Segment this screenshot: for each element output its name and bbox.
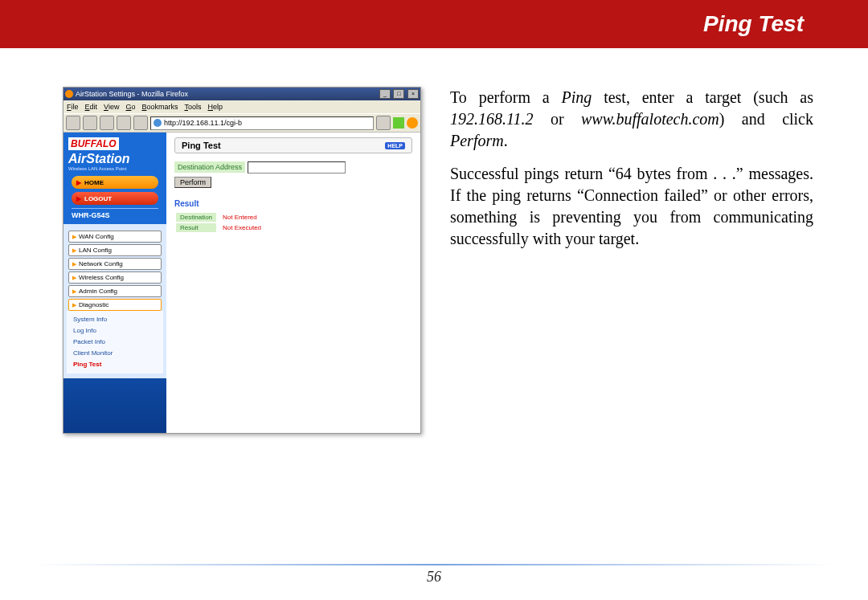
menu-view[interactable]: View (104, 103, 119, 111)
close-button[interactable]: × (407, 89, 419, 99)
menu-edit[interactable]: Edit (85, 103, 98, 111)
perform-button[interactable]: Perform (174, 177, 211, 188)
app-body: BUFFALO AirStation Wireless LAN Access P… (63, 133, 420, 434)
link-client-monitor[interactable]: Client Monitor (73, 348, 157, 359)
content-row: AirStation Settings - Mozilla Firefox _ … (0, 48, 868, 434)
logout-label: LOGOUT (84, 195, 112, 202)
header-title: Ping Test (703, 11, 804, 37)
extension-icon-2[interactable] (407, 117, 418, 129)
arrow-icon: ▶ (76, 179, 81, 186)
menu-help[interactable]: Help (207, 103, 223, 111)
paragraph-2: Successful pings return “64 bytes from .… (450, 163, 813, 250)
main-pane: Ping Test HELP Destination Address Perfo… (166, 133, 420, 434)
triangle-icon: ▶ (72, 288, 76, 295)
window-controls: _ □ × (379, 89, 419, 99)
result-heading: Result (174, 199, 412, 208)
menu-file[interactable]: File (67, 103, 79, 111)
paragraph-1: To perform a Ping test, enter a target (… (450, 87, 813, 152)
menu-bookmarks[interactable]: Bookmarks (141, 103, 178, 111)
url-text: http://192.168.11.1/cgi-b (164, 119, 242, 127)
pane-title: Ping Test (182, 141, 221, 150)
maximize-button[interactable]: □ (393, 89, 404, 99)
brand-buffalo: BUFFALO (68, 137, 119, 150)
triangle-icon: ▶ (72, 302, 76, 308)
nav-diagnostic[interactable]: ▶Diagnostic (68, 299, 162, 311)
window-title: AirStation Settings - Mozilla Firefox (76, 90, 188, 98)
footer: 56 (0, 564, 868, 586)
link-system-info[interactable]: System Info (73, 314, 157, 325)
brand-subtitle: Wireless LAN Access Point (68, 166, 162, 171)
header-bar: Ping Test (0, 0, 868, 48)
nav-network[interactable]: ▶Network Config (68, 258, 162, 270)
nav-admin[interactable]: ▶Admin Config (68, 285, 162, 297)
home-label: HOME (84, 179, 104, 186)
help-badge[interactable]: HELP (385, 142, 405, 149)
back-button[interactable] (66, 116, 80, 130)
result-value: Not Entered (218, 213, 266, 222)
stop-button[interactable] (117, 116, 131, 130)
triangle-icon: ▶ (72, 247, 76, 254)
destination-input[interactable] (248, 161, 346, 173)
link-packet-info[interactable]: Packet Info (73, 337, 157, 348)
result-value: Not Executed (218, 223, 266, 232)
page-number: 56 (0, 569, 868, 586)
minimize-button[interactable]: _ (379, 89, 391, 99)
sidebar: BUFFALO AirStation Wireless LAN Access P… (63, 133, 166, 434)
window-menubar: File Edit View Go Bookmarks Tools Help (63, 100, 420, 113)
body-text: To perform a Ping test, enter a target (… (450, 87, 813, 434)
nav-lan[interactable]: ▶LAN Config (68, 244, 162, 256)
brand-airstation: AirStation (68, 152, 162, 166)
home-button-pill[interactable]: ▶ HOME (72, 176, 158, 189)
pane-title-bar: Ping Test HELP (174, 137, 412, 153)
logout-button-pill[interactable]: ▶ LOGOUT (72, 192, 158, 205)
link-log-info[interactable]: Log Info (73, 325, 157, 337)
brand-box: BUFFALO AirStation Wireless LAN Access P… (63, 133, 166, 173)
go-button[interactable] (376, 116, 391, 130)
arrow-icon: ▶ (76, 195, 81, 202)
triangle-icon: ▶ (72, 234, 76, 240)
home-button[interactable] (133, 116, 148, 130)
window-titlebar: AirStation Settings - Mozilla Firefox _ … (63, 88, 420, 100)
result-row: Destination Not Entered (176, 213, 266, 222)
screenshot-box: AirStation Settings - Mozilla Firefox _ … (63, 87, 421, 434)
destination-label: Destination Address (174, 161, 245, 173)
globe-icon (154, 119, 162, 127)
menu-go[interactable]: Go (125, 103, 135, 111)
link-ping-test[interactable]: Ping Test (73, 359, 157, 370)
firefox-icon (65, 90, 73, 98)
extension-icon-1[interactable] (393, 117, 404, 129)
forward-button[interactable] (83, 116, 97, 130)
reload-button[interactable] (100, 116, 114, 130)
triangle-icon: ▶ (72, 275, 76, 281)
destination-row: Destination Address (174, 161, 412, 173)
triangle-icon: ▶ (72, 261, 76, 267)
nav-tabs: ▶WAN Config ▶LAN Config ▶Network Config … (63, 224, 166, 378)
url-bar[interactable]: http://192.168.11.1/cgi-b (150, 116, 374, 130)
result-table: Destination Not Entered Result Not Execu… (174, 211, 268, 234)
footer-divider (32, 564, 836, 565)
window-toolbar: http://192.168.11.1/cgi-b (63, 113, 420, 133)
result-row: Result Not Executed (176, 223, 266, 232)
sub-links: System Info Log Info Packet Info Client … (67, 311, 163, 373)
result-key: Destination (176, 213, 216, 222)
nav-wan[interactable]: ▶WAN Config (68, 231, 162, 243)
menu-tools[interactable]: Tools (184, 103, 201, 111)
result-key: Result (176, 223, 216, 232)
model-label: WHR-G54S (72, 208, 158, 219)
nav-wireless[interactable]: ▶Wireless Config (68, 271, 162, 284)
